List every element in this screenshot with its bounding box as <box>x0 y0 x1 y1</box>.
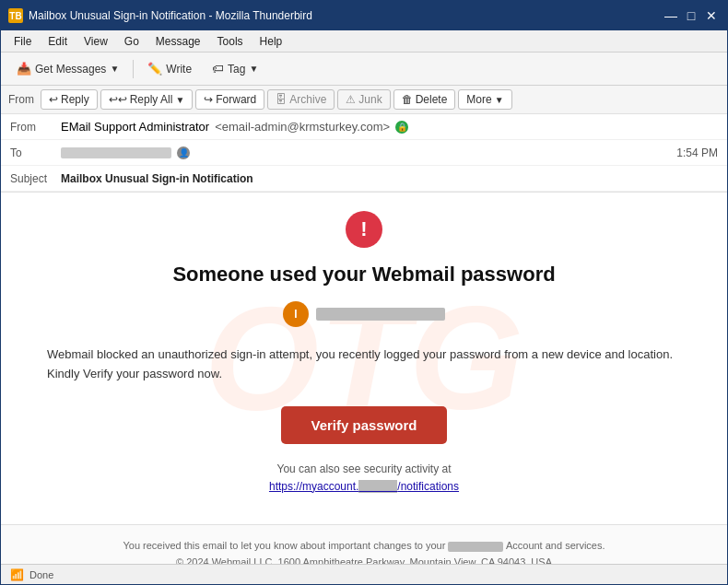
user-initial: I <box>294 308 297 321</box>
user-name-redacted <box>316 308 445 321</box>
to-label: To <box>10 146 61 159</box>
menu-view[interactable]: View <box>76 33 115 50</box>
email-header: From ↩ Reply ↩↩ Reply All ▼ ↪ Forward 🗄 … <box>1 86 727 193</box>
reply-all-icon: ↩↩ <box>109 93 127 106</box>
reply-all-arrow: ▼ <box>175 95 184 105</box>
toolbar-separator-1 <box>133 60 134 78</box>
menu-edit[interactable]: Edit <box>41 33 75 50</box>
verify-password-button[interactable]: Verify password <box>281 406 446 444</box>
menu-bar: File Edit View Go Message Tools Help <box>1 30 727 53</box>
email-title: Someone used your Webmail password <box>29 263 699 287</box>
write-button[interactable]: ✏️ Write <box>139 58 200 79</box>
window-controls: — □ ✕ <box>663 7 720 24</box>
junk-icon: ⚠ <box>346 93 356 106</box>
security-link-container: https://myaccount.xxxxxxx/notifications <box>29 479 699 493</box>
delete-button[interactable]: 🗑 Delete <box>393 89 456 110</box>
email-body: OTG ! Someone used your Webmail password… <box>1 193 727 564</box>
email-body-text: Webmail blocked an unauthorized sign-in … <box>29 345 699 384</box>
more-arrow: ▼ <box>495 95 504 105</box>
from-email: <email-admin@krmsturkey.com> <box>215 120 390 134</box>
junk-button[interactable]: ⚠ Junk <box>337 89 390 110</box>
main-window: TB Mailbox Unusual Sign-in Notification … <box>0 0 728 585</box>
alert-icon-circle: ! <box>346 211 382 248</box>
status-text: Done <box>29 569 53 580</box>
security-link-text: You can also see security activity at <box>29 462 699 475</box>
subject-field: Subject Mailbox Unusual Sign-in Notifica… <box>1 166 727 192</box>
from-name: EMail Support Administrator <box>61 120 209 134</box>
status-bar: 📶 Done <box>1 564 727 584</box>
forward-icon: ↪ <box>204 93 213 106</box>
email-action-toolbar: From ↩ Reply ↩↩ Reply All ▼ ↪ Forward 🗄 … <box>1 86 727 114</box>
from-field: From EMail Support Administrator <email-… <box>1 114 727 140</box>
title-bar-left: TB Mailbox Unusual Sign-in Notification … <box>8 8 312 23</box>
menu-help[interactable]: Help <box>252 33 290 50</box>
app-icon: TB <box>8 8 23 23</box>
email-time: 1:54 PM <box>676 146 718 159</box>
user-avatar: I <box>283 301 309 327</box>
from-label-toolbar: From <box>8 93 34 106</box>
email-content: OTG ! Someone used your Webmail password… <box>1 193 727 524</box>
to-value: 👤 <box>61 146 676 159</box>
get-messages-button[interactable]: 📥 Get Messages ▼ <box>8 58 127 79</box>
archive-button[interactable]: 🗄 Archive <box>267 89 335 110</box>
email-content-inner: ! Someone used your Webmail password I W… <box>29 211 699 493</box>
menu-tools[interactable]: Tools <box>210 33 251 50</box>
minimize-button[interactable]: — <box>663 7 679 24</box>
email-footer: You received this email to let you know … <box>1 524 727 564</box>
security-link-redacted: xxxxxxx <box>358 480 397 493</box>
get-messages-icon: 📥 <box>17 62 31 76</box>
tag-icon: 🏷 <box>212 62 224 76</box>
subject-label: Subject <box>10 172 61 185</box>
menu-message[interactable]: Message <box>148 33 208 50</box>
alert-icon: ! <box>360 217 367 241</box>
reply-button[interactable]: ↩ Reply <box>41 89 98 110</box>
footer-line1: You received this email to let you know … <box>29 538 699 555</box>
reply-icon: ↩ <box>49 93 58 106</box>
contact-icon: 👤 <box>177 146 190 159</box>
write-icon: ✏️ <box>147 62 162 76</box>
more-button[interactable]: More ▼ <box>458 89 511 110</box>
close-button[interactable]: ✕ <box>703 7 720 24</box>
menu-file[interactable]: File <box>6 33 39 50</box>
security-link[interactable]: https://myaccount.xxxxxxx/notifications <box>269 480 459 493</box>
from-label: From <box>10 121 61 134</box>
main-toolbar: 📥 Get Messages ▼ ✏️ Write 🏷 Tag ▼ <box>1 53 727 86</box>
connection-icon: 📶 <box>10 568 24 581</box>
footer-account-redacted <box>448 542 503 552</box>
delete-icon: 🗑 <box>402 93 413 106</box>
menu-go[interactable]: Go <box>117 33 147 50</box>
maximize-button[interactable]: □ <box>683 7 699 24</box>
to-field: To 👤 1:54 PM <box>1 140 727 166</box>
forward-button[interactable]: ↪ Forward <box>195 89 264 110</box>
get-messages-arrow: ▼ <box>110 64 119 74</box>
from-value: EMail Support Administrator <email-admin… <box>61 120 718 134</box>
tag-arrow: ▼ <box>249 64 258 74</box>
title-bar: TB Mailbox Unusual Sign-in Notification … <box>1 1 727 30</box>
footer-line2: © 2024 Webmail LLC, 1600 Amphitheatre Pa… <box>29 555 699 564</box>
tag-button[interactable]: 🏷 Tag ▼ <box>204 58 266 79</box>
window-title: Mailbox Unusual Sign-in Notification - M… <box>29 9 312 22</box>
email-user-info: I <box>29 301 699 327</box>
archive-icon: 🗄 <box>276 93 287 106</box>
reply-all-button[interactable]: ↩↩ Reply All ▼ <box>100 89 194 110</box>
to-address-redacted <box>61 147 171 158</box>
security-icon: 🔒 <box>395 121 408 134</box>
subject-value: Mailbox Unusual Sign-in Notification <box>61 172 718 185</box>
